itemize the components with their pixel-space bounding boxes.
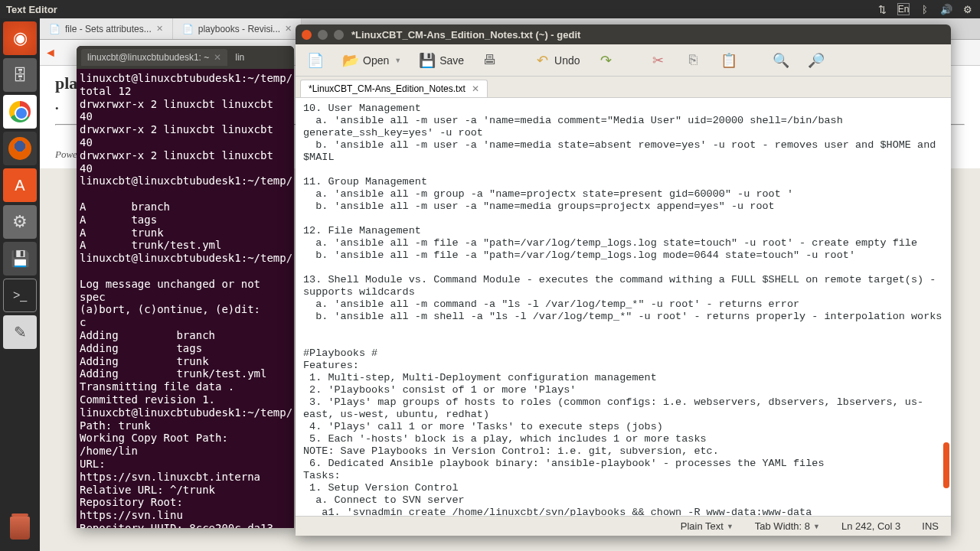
- find-replace-button[interactable]: 🔎: [802, 48, 830, 73]
- status-cursor-position: Ln 242, Col 3: [841, 520, 900, 532]
- maximize-button[interactable]: [334, 30, 344, 40]
- editor-text: 10. User Management a. 'ansible all -m u…: [303, 103, 942, 516]
- chevron-down-icon: ▼: [727, 523, 733, 530]
- editor-content[interactable]: 10. User Management a. 'ansible all -m u…: [296, 98, 951, 516]
- chevron-down-icon: ▼: [394, 57, 401, 64]
- back-icon[interactable]: ◄: [44, 46, 57, 60]
- launcher-firefox[interactable]: [3, 132, 37, 165]
- gedit-toolbar: 📄 📂Open▼ 💾Save 🖶 ↶Undo ↷ ✂ ⎘ 📋 🔍 🔎: [296, 44, 951, 77]
- cut-button[interactable]: ✂: [645, 48, 672, 73]
- launcher-software-center[interactable]: A: [3, 168, 37, 202]
- terminal-tab-1[interactable]: linuxcbt@linuxcbtubudesk1: ~ ✕: [81, 49, 227, 66]
- save-icon: 💾: [418, 51, 436, 70]
- search-button[interactable]: 🔍: [767, 48, 795, 73]
- print-icon: 🖶: [481, 51, 499, 70]
- open-label: Open: [363, 54, 389, 67]
- redo-button[interactable]: ↷: [593, 48, 620, 73]
- undo-button[interactable]: ↶Undo: [528, 48, 584, 73]
- terminal-window: linuxcbt@linuxcbtubudesk1: ~ ✕ lin linux…: [77, 46, 294, 528]
- launcher-terminal[interactable]: >_: [3, 279, 37, 312]
- status-insert-mode[interactable]: INS: [922, 520, 939, 532]
- chevron-down-icon: ▼: [813, 523, 820, 530]
- launcher-chrome[interactable]: [3, 95, 37, 129]
- volume-icon[interactable]: 🔊: [940, 3, 952, 15]
- bluetooth-icon[interactable]: ᛒ: [919, 3, 931, 15]
- file-icon: 📄: [182, 24, 194, 34]
- save-label: Save: [439, 54, 464, 67]
- window-title: *LinuxCBT_CM-Ans_Edition_Notes.txt (~) -…: [351, 29, 580, 41]
- new-file-icon: 📄: [306, 51, 325, 70]
- paste-button[interactable]: 📋: [715, 48, 743, 73]
- undo-icon: ↶: [533, 51, 551, 70]
- search-icon: 🔍: [772, 51, 790, 70]
- gedit-file-tabs: *LinuxCBT_CM-Ans_Edition_Notes.txt ✕: [296, 77, 951, 98]
- copy-button[interactable]: ⎘: [680, 48, 707, 73]
- launcher-trash[interactable]: [3, 511, 37, 545]
- minimize-button[interactable]: [318, 30, 328, 40]
- browser-tab-2[interactable]: 📄 playbooks - Revisi... ✕: [173, 18, 302, 39]
- network-icon[interactable]: ⇅: [876, 3, 888, 15]
- tab-label: playbooks - Revisi...: [198, 24, 280, 34]
- tab-label: file - Sets attributes...: [65, 24, 152, 34]
- launcher-files[interactable]: 🗄: [3, 58, 37, 92]
- paste-icon: 📋: [720, 51, 738, 70]
- system-tray: ⇅ En ᛒ 🔊 ⚙: [876, 3, 974, 15]
- gedit-titlebar[interactable]: *LinuxCBT_CM-Ans_Edition_Notes.txt (~) -…: [296, 24, 951, 44]
- cut-icon: ✂: [649, 51, 668, 70]
- close-icon[interactable]: ✕: [156, 24, 163, 34]
- undo-label: Undo: [554, 54, 580, 67]
- language-indicator[interactable]: En: [897, 3, 910, 15]
- copy-icon: ⎘: [684, 51, 703, 70]
- unity-launcher: ◉ 🗄 A ⚙ 💾 >_ ✎: [0, 18, 40, 551]
- app-title: Text Editor: [6, 4, 57, 15]
- launcher-settings[interactable]: ⚙: [3, 205, 37, 239]
- terminal-tabs: linuxcbt@linuxcbtubudesk1: ~ ✕ lin: [77, 46, 294, 69]
- status-language[interactable]: Plain Text▼: [681, 520, 733, 532]
- window-controls: [302, 30, 344, 40]
- status-tab-width[interactable]: Tab Width: 8▼: [755, 520, 820, 532]
- tab-label: lin: [235, 52, 244, 63]
- file-tab-notes[interactable]: *LinuxCBT_CM-Ans_Edition_Notes.txt ✕: [300, 80, 488, 97]
- terminal-tab-2[interactable]: lin: [229, 49, 250, 66]
- launcher-text-editor[interactable]: ✎: [3, 315, 37, 349]
- folder-open-icon: 📂: [341, 51, 360, 70]
- save-button[interactable]: 💾Save: [413, 48, 469, 73]
- gedit-statusbar: Plain Text▼ Tab Width: 8▼ Ln 242, Col 3 …: [296, 516, 951, 536]
- power-icon[interactable]: ⚙: [962, 3, 974, 15]
- close-icon[interactable]: ✕: [214, 52, 221, 63]
- launcher-dash[interactable]: ◉: [3, 21, 37, 55]
- terminal-content[interactable]: linuxcbt@linuxcbtubudesk1:~/temp/ total …: [77, 69, 294, 528]
- browser-tab-1[interactable]: 📄 file - Sets attributes... ✕: [40, 18, 173, 39]
- filetab-label: *LinuxCBT_CM-Ans_Edition_Notes.txt: [309, 83, 466, 94]
- open-button[interactable]: 📂Open▼: [337, 48, 406, 73]
- redo-icon: ↷: [597, 51, 616, 70]
- file-icon: 📄: [49, 24, 60, 34]
- close-icon[interactable]: ✕: [472, 83, 479, 94]
- print-button[interactable]: 🖶: [476, 48, 504, 73]
- new-file-button[interactable]: 📄: [302, 48, 329, 73]
- system-top-bar: Text Editor ⇅ En ᛒ 🔊 ⚙: [0, 0, 980, 18]
- gedit-window: *LinuxCBT_CM-Ans_Edition_Notes.txt (~) -…: [296, 24, 951, 536]
- find-replace-icon: 🔎: [807, 51, 825, 70]
- scrollbar[interactable]: [943, 442, 949, 488]
- tab-label: linuxcbt@linuxcbtubudesk1: ~: [87, 52, 209, 63]
- close-icon[interactable]: ✕: [285, 24, 292, 34]
- launcher-save[interactable]: 💾: [3, 242, 37, 276]
- close-button[interactable]: [302, 30, 312, 40]
